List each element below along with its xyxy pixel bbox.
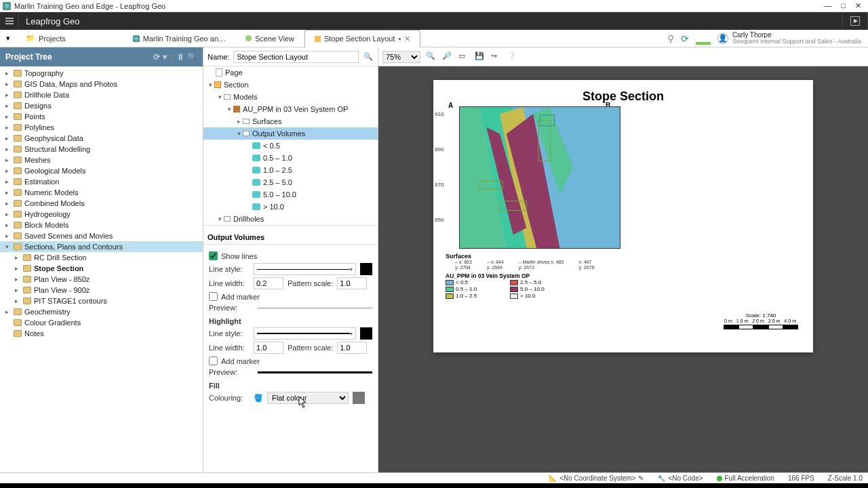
outline-volume-item[interactable]: 2.5 – 5.0 (203, 176, 378, 188)
chevron-icon[interactable]: ▾ (3, 243, 11, 250)
tree-item[interactable]: ▸Saved Scenes and Movies (0, 230, 203, 241)
window-minimize-icon[interactable]: — (824, 1, 831, 10)
window-close-icon[interactable]: ✕ (855, 1, 861, 10)
tree-item[interactable]: ▸Numeric Models (0, 187, 203, 198)
outline-section[interactable]: Section (224, 81, 249, 89)
chevron-icon[interactable]: ▸ (3, 157, 11, 163)
tab-marlin[interactable]: Marlin Training Geo an… (123, 30, 236, 47)
highlight-line-width-input[interactable] (254, 342, 283, 354)
status-zscale[interactable]: Z-Scale 1.0 (828, 474, 863, 482)
dropdown-icon[interactable]: ▾ (163, 52, 167, 62)
outline-volume-item[interactable]: 1.0 – 2.5 (203, 164, 378, 176)
chevron-icon[interactable]: ▸ (3, 211, 11, 218)
highlight-add-marker-checkbox[interactable]: Add marker (209, 357, 372, 365)
tree-item[interactable]: ▸Points (0, 111, 203, 122)
tree-item[interactable]: ▸Stope Section (0, 263, 203, 274)
tree-item[interactable]: ▸Plan View - 900z (0, 285, 203, 296)
status-code[interactable]: 🔧<No Code> (657, 474, 703, 482)
chevron-icon[interactable]: ▸ (3, 200, 11, 207)
line-colour-swatch[interactable] (360, 263, 372, 275)
chevron-icon[interactable]: ▸ (12, 254, 20, 261)
chevron-right-icon[interactable]: ▸ (235, 118, 243, 125)
chevron-icon[interactable]: ▸ (3, 178, 11, 185)
chevron-icon[interactable]: ▸ (3, 92, 11, 98)
outline-models[interactable]: Models (233, 93, 257, 101)
tree-item[interactable]: ▸Estimation (0, 176, 203, 187)
tab-close-icon[interactable]: ✕ (404, 35, 410, 43)
tab-section-layout[interactable]: Stope Section Layout • ✕ (304, 30, 420, 47)
chevron-down-icon[interactable]: ▾ (206, 81, 214, 88)
tree-item[interactable]: ▸RC Drill Section (0, 252, 203, 263)
tree-item[interactable]: ▸Geochemistry (0, 306, 203, 317)
save-icon[interactable]: 💾 (475, 52, 486, 62)
chevron-icon[interactable]: ▸ (3, 135, 11, 142)
layout-outline[interactable]: Page ▾Section ▾Models ▾AU_PPM in 03 Vein… (203, 66, 378, 230)
chevron-icon[interactable]: ▸ (3, 70, 11, 77)
tree-item[interactable]: ▸Meshes (0, 155, 203, 165)
section-page[interactable]: Stope Section A B 910 890 870 850 (433, 80, 813, 352)
tree-item[interactable]: ▸Plan View - 850z (0, 274, 203, 285)
chevron-down-icon[interactable]: ▾ (216, 216, 224, 222)
search-icon[interactable]: 🔍 (187, 52, 197, 62)
tree-item[interactable]: ▸Polylines (0, 122, 203, 133)
highlight-colour-swatch[interactable] (360, 327, 372, 340)
chevron-icon[interactable]: ▸ (12, 265, 20, 272)
tree-item[interactable]: ▸Hydrogeology (0, 209, 203, 220)
chevron-icon[interactable]: ▸ (3, 102, 11, 109)
outline-volume-item[interactable]: 5.0 – 10.0 (203, 188, 378, 201)
chevron-down-icon[interactable]: ▾ (235, 130, 243, 137)
chevron-icon[interactable]: ▸ (12, 298, 20, 304)
tree-item[interactable]: ▸Topography (0, 68, 203, 79)
add-marker-checkbox[interactable]: Add marker (209, 292, 372, 301)
layout-name-input[interactable] (233, 51, 359, 63)
chevron-down-icon[interactable]: ▾ (225, 106, 233, 113)
line-width-input[interactable] (254, 277, 283, 289)
chevron-icon[interactable]: ▸ (3, 167, 11, 174)
zoom-out-icon[interactable]: 🔎 (442, 52, 453, 62)
toolbar-icon-2[interactable]: ⟳ (681, 33, 689, 44)
chevron-icon[interactable]: ▸ (3, 189, 11, 196)
user-chip[interactable]: 👤 Carly Thorpe Seequent Internal Support… (717, 32, 861, 45)
outline-volume-item[interactable]: 0.5 – 1.0 (203, 152, 378, 164)
pause-icon[interactable]: ⏸ (176, 52, 184, 62)
play-button[interactable] (842, 12, 868, 30)
tree-item[interactable]: ▸Geophysical Data (0, 133, 203, 144)
outline-page[interactable]: Page (225, 68, 243, 77)
tree-item[interactable]: ▸Combined Models (0, 198, 203, 209)
tree-item[interactable]: ▸PIT STAGE1 contours (0, 296, 203, 306)
search-icon[interactable]: 🔍 (363, 52, 374, 62)
export-icon[interactable]: ↪ (491, 52, 502, 62)
chevron-down-icon[interactable]: ▾ (216, 94, 224, 100)
chevron-icon[interactable]: ▸ (3, 146, 11, 152)
tab-projects[interactable]: 📁 Projects (16, 30, 76, 47)
tree-item[interactable]: Colour Gradients (0, 317, 203, 328)
chevron-icon[interactable]: ▸ (3, 81, 11, 87)
fill-colour-swatch[interactable] (353, 392, 365, 404)
help-icon[interactable]: ❔ (507, 52, 518, 62)
outline-volume-item[interactable]: < 0.5 (203, 140, 378, 152)
project-tree[interactable]: ▸Topography▸GIS Data, Maps and Photos▸Dr… (0, 66, 203, 472)
chevron-icon[interactable]: ▸ (3, 222, 11, 228)
chevron-icon[interactable]: ▸ (3, 124, 11, 131)
outline-output-volumes[interactable]: ▾Output Volumes (203, 127, 378, 140)
window-maximize-icon[interactable]: □ (841, 1, 846, 10)
hamburger-menu-button[interactable] (0, 12, 19, 30)
outline-surfaces[interactable]: Surfaces (252, 117, 281, 125)
edit-icon[interactable]: ✎ (638, 474, 644, 482)
show-lines-checkbox[interactable]: Show lines (209, 251, 372, 260)
chevron-icon[interactable]: ▸ (12, 276, 20, 283)
tree-item[interactable]: ▸Drillhole Data (0, 89, 203, 100)
colouring-select[interactable]: Flat colour (267, 392, 349, 404)
tab-dropdown-icon[interactable]: ▾ (0, 34, 16, 43)
refresh-icon[interactable]: ⟳ (153, 52, 160, 62)
outline-volume-item[interactable]: > 10.0 (203, 201, 378, 213)
pattern-scale-input[interactable] (337, 277, 367, 289)
tree-item[interactable]: ▸Designs (0, 100, 203, 111)
outline-drillholes[interactable]: Drillholes (233, 215, 264, 223)
zoom-in-icon[interactable]: 🔍 (426, 52, 437, 62)
status-coord-system[interactable]: 📐<No Coordinate System>✎ (549, 474, 644, 482)
tab-scene-view[interactable]: Scene View (236, 30, 304, 47)
highlight-pattern-scale-input[interactable] (337, 342, 367, 354)
zoom-select[interactable]: 75% (382, 51, 420, 63)
highlight-line-style-select[interactable]: ▾ (254, 327, 356, 340)
